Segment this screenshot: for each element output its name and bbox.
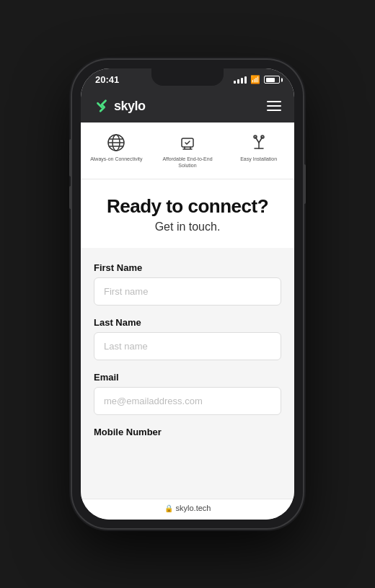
- phone-frame: 20:41 📶: [72, 60, 303, 528]
- last-name-group: Last Name: [94, 317, 281, 360]
- power-button: [303, 164, 306, 204]
- feature-connectivity: Always-on Connectivity: [88, 133, 145, 169]
- wifi-icon: 📶: [250, 75, 260, 84]
- navbar: skylo: [81, 89, 294, 122]
- logo-area: skylo: [94, 98, 146, 114]
- hero-title: Ready to connect?: [95, 195, 280, 218]
- install-icon: [249, 133, 269, 153]
- domain-text: skylo.tech: [176, 504, 211, 512]
- device-icon: [177, 133, 198, 153]
- mobile-label: Mobile Number: [94, 427, 281, 437]
- hamburger-menu[interactable]: [267, 101, 281, 111]
- main-content: Always-on Connectivity Affordable End-to…: [81, 122, 294, 499]
- mute-button: [69, 139, 72, 155]
- volume-up-button: [69, 153, 72, 177]
- skylo-logo-icon: [94, 98, 110, 114]
- signal-icon: [234, 76, 247, 84]
- phone-notch: [151, 68, 224, 86]
- contact-form: First Name Last Name Email Mobile Number: [81, 248, 294, 463]
- logo-text: skylo: [114, 99, 146, 114]
- hero-subtitle: Get in touch.: [95, 220, 280, 233]
- phone-screen: 20:41 📶: [81, 68, 294, 520]
- email-group: Email: [94, 372, 281, 415]
- status-time: 20:41: [95, 74, 119, 85]
- lock-icon: 🔒: [164, 504, 173, 512]
- feature-install-label: Easy Installation: [240, 156, 277, 162]
- bottom-bar: 🔒 skylo.tech: [81, 499, 294, 520]
- features-strip: Always-on Connectivity Affordable End-to…: [81, 122, 294, 179]
- feature-connectivity-label: Always-on Connectivity: [90, 156, 142, 162]
- first-name-input[interactable]: [94, 277, 281, 306]
- feature-install: Easy Installation: [230, 133, 287, 169]
- email-label: Email: [94, 372, 281, 383]
- status-icons: 📶: [234, 75, 280, 84]
- volume-down-button: [69, 186, 72, 209]
- feature-solution: Affordable End-to-End Solution: [159, 133, 216, 169]
- globe-icon: [106, 133, 126, 153]
- email-input[interactable]: [94, 387, 281, 415]
- battery-icon: [264, 76, 280, 84]
- last-name-label: Last Name: [94, 317, 281, 328]
- feature-solution-label: Affordable End-to-End Solution: [159, 156, 216, 169]
- last-name-input[interactable]: [94, 332, 281, 360]
- hero-section: Ready to connect? Get in touch.: [81, 179, 294, 248]
- first-name-label: First Name: [94, 262, 281, 273]
- first-name-group: First Name: [94, 262, 281, 306]
- mobile-group: Mobile Number: [94, 427, 281, 437]
